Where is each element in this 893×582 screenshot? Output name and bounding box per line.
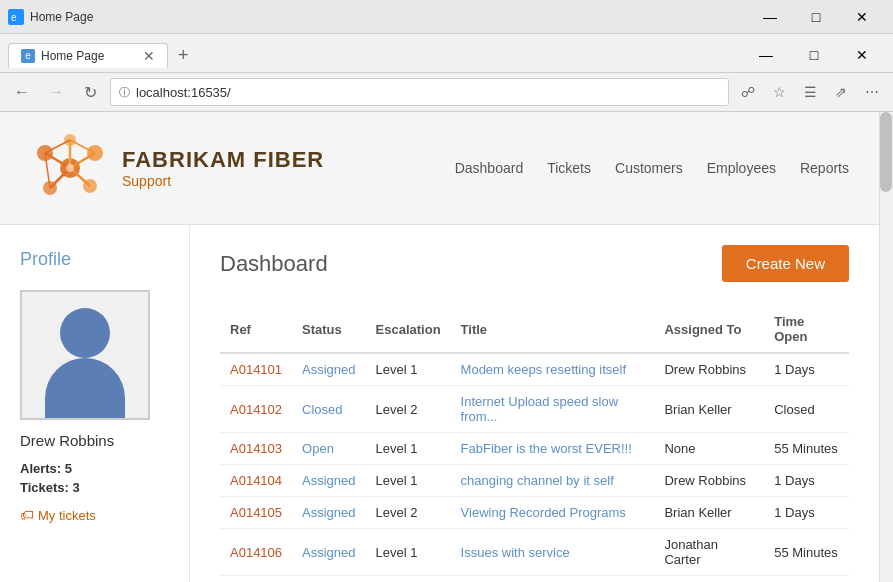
- window-minimize-button[interactable]: —: [747, 0, 793, 34]
- site-header: FABRIKAM FIBER Support Dashboard Tickets…: [0, 112, 879, 225]
- cell-ref: A014101: [220, 353, 292, 386]
- ref-link[interactable]: A014103: [230, 441, 282, 456]
- tickets-count: 3: [73, 480, 80, 495]
- scrollbar-track[interactable]: [879, 112, 893, 582]
- cell-time: 1 Days: [764, 576, 849, 583]
- cell-ref: A014106: [220, 529, 292, 576]
- cell-ref: A014103: [220, 433, 292, 465]
- my-tickets-label: My tickets: [38, 508, 96, 523]
- new-tab-button[interactable]: +: [170, 45, 197, 66]
- user-avatar: [20, 290, 150, 420]
- tickets-info: Tickets: 3: [20, 480, 169, 495]
- cell-status: Assigned: [292, 497, 365, 529]
- nav-employees[interactable]: Employees: [707, 160, 776, 176]
- cell-title: Issues with service: [451, 529, 655, 576]
- cell-status: Open: [292, 433, 365, 465]
- scrollbar-thumb[interactable]: [880, 112, 892, 192]
- titlebar-close-button[interactable]: ✕: [839, 38, 885, 72]
- user-name: Drew Robbins: [20, 432, 169, 449]
- cell-ref: A014104: [220, 465, 292, 497]
- site-tagline: Support: [122, 173, 324, 189]
- favorites-button[interactable]: ☆: [767, 80, 792, 104]
- cell-assigned: Brian Keller: [654, 386, 764, 433]
- cell-escalation: Level 2: [366, 497, 451, 529]
- title-link[interactable]: FabFiber is the worst EVER!!!: [461, 441, 632, 456]
- nav-tickets[interactable]: Tickets: [547, 160, 591, 176]
- col-assigned: Assigned To: [654, 306, 764, 353]
- titlebar-maximize-button[interactable]: □: [791, 38, 837, 72]
- cell-title: Modem keeps resetting itself: [451, 353, 655, 386]
- col-status: Status: [292, 306, 365, 353]
- browser-tab[interactable]: e Home Page ✕: [8, 43, 168, 68]
- page-content: FABRIKAM FIBER Support Dashboard Tickets…: [0, 112, 879, 582]
- dashboard-header: Dashboard Create New: [220, 245, 849, 282]
- avatar-head: [60, 308, 110, 358]
- cell-assigned: Jonathan Carter: [654, 529, 764, 576]
- forward-button[interactable]: →: [42, 78, 70, 106]
- sidebar: Profile Drew Robbins Alerts: 5 Tickets: …: [0, 225, 190, 582]
- table-row: A014107 Assigned Level 1 Poor Picture Qu…: [220, 576, 849, 583]
- col-time: Time Open: [764, 306, 849, 353]
- table-row: A014106 Assigned Level 1 Issues with ser…: [220, 529, 849, 576]
- cell-time: Closed: [764, 386, 849, 433]
- table-header: Ref Status Escalation Title Assigned To …: [220, 306, 849, 353]
- ref-link[interactable]: A014106: [230, 545, 282, 560]
- cell-time: 55 Minutes: [764, 433, 849, 465]
- favorites-bar-button[interactable]: ☰: [798, 80, 823, 104]
- tab-title: Home Page: [41, 49, 104, 63]
- alerts-label: Alerts:: [20, 461, 61, 476]
- ref-link[interactable]: A014105: [230, 505, 282, 520]
- cell-title: FabFiber is the worst EVER!!!: [451, 433, 655, 465]
- cell-assigned: Drew Robbins: [654, 465, 764, 497]
- window-close-button[interactable]: ✕: [839, 0, 885, 34]
- reader-view-button[interactable]: ☍: [735, 80, 761, 104]
- title-link[interactable]: Modem keeps resetting itself: [461, 362, 626, 377]
- tab-icon: e: [21, 49, 35, 63]
- alerts-count: 5: [65, 461, 72, 476]
- title-link[interactable]: Internet Upload speed slow from...: [461, 394, 619, 424]
- cell-ref: A014102: [220, 386, 292, 433]
- cell-time: 1 Days: [764, 497, 849, 529]
- cell-title: Viewing Recorded Programs: [451, 497, 655, 529]
- nav-customers[interactable]: Customers: [615, 160, 683, 176]
- lock-icon: ⓘ: [119, 85, 130, 100]
- table-row: A014102 Closed Level 2 Internet Upload s…: [220, 386, 849, 433]
- title-link[interactable]: Viewing Recorded Programs: [461, 505, 626, 520]
- my-tickets-link[interactable]: 🏷 My tickets: [20, 507, 169, 523]
- cell-status: Assigned: [292, 529, 365, 576]
- address-bar[interactable]: ⓘ localhost:16535/: [110, 78, 729, 106]
- share-button[interactable]: ⇗: [829, 80, 853, 104]
- ref-link[interactable]: A014104: [230, 473, 282, 488]
- titlebar-minimize-button[interactable]: —: [743, 38, 789, 72]
- cell-status: Closed: [292, 386, 365, 433]
- site-logo-text: FABRIKAM FIBER Support: [122, 147, 324, 189]
- nav-reports[interactable]: Reports: [800, 160, 849, 176]
- svg-text:e: e: [11, 12, 17, 23]
- site-logo: FABRIKAM FIBER Support: [30, 128, 324, 208]
- cell-escalation: Level 1: [366, 465, 451, 497]
- create-new-button[interactable]: Create New: [722, 245, 849, 282]
- cell-assigned: Brian Keller: [654, 497, 764, 529]
- settings-button[interactable]: ⋯: [859, 80, 885, 104]
- tab-close-button[interactable]: ✕: [143, 48, 155, 64]
- refresh-button[interactable]: ↻: [76, 78, 104, 106]
- site-name: FABRIKAM FIBER: [122, 147, 324, 173]
- browser-toolbar: e Home Page ✕ + — □ ✕ ← → ↻ ⓘ localhost:…: [0, 34, 893, 112]
- cell-escalation: Level 1: [366, 433, 451, 465]
- cell-status: Assigned: [292, 576, 365, 583]
- back-button[interactable]: ←: [8, 78, 36, 106]
- tickets-label: Tickets:: [20, 480, 69, 495]
- cell-title: changing channel by it self: [451, 465, 655, 497]
- address-text: localhost:16535/: [136, 85, 720, 100]
- dashboard-title: Dashboard: [220, 251, 328, 277]
- table-row: A014105 Assigned Level 2 Viewing Recorde…: [220, 497, 849, 529]
- window-maximize-button[interactable]: □: [793, 0, 839, 34]
- cell-assigned: None: [654, 433, 764, 465]
- title-link[interactable]: changing channel by it self: [461, 473, 614, 488]
- ref-link[interactable]: A014101: [230, 362, 282, 377]
- table-row: A014104 Assigned Level 1 changing channe…: [220, 465, 849, 497]
- cell-assigned: Jonathan Carter: [654, 576, 764, 583]
- nav-dashboard[interactable]: Dashboard: [455, 160, 524, 176]
- title-link[interactable]: Issues with service: [461, 545, 570, 560]
- ref-link[interactable]: A014102: [230, 402, 282, 417]
